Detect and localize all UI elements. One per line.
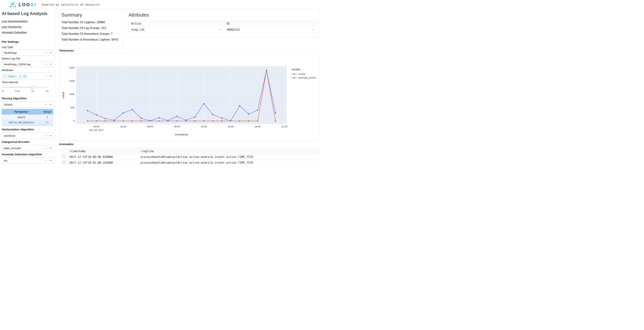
log-file-select[interactable]: HealthApp_20000.log ×: [2, 61, 54, 67]
clear-icon[interactable]: ×: [43, 146, 48, 150]
param-table-scroll-hint: [2, 125, 54, 126]
anomalies-table-wrap: ▲▼timestamp ▲▼logline 2017-12-24T18:00:0…: [61, 148, 320, 165]
attributes-card: Attributes Action ID Step_LSC: [126, 9, 320, 37]
log-type-value: HealthApp: [2, 51, 43, 54]
clear-icon[interactable]: ×: [43, 134, 48, 137]
summary-title: Summary: [62, 12, 120, 18]
summary-total-log-groups: Total Number Of Log Groups: 212: [62, 26, 120, 30]
chevron-down-icon[interactable]: [48, 148, 53, 149]
svg-text:21:00: 21:00: [282, 125, 288, 128]
sidebar: AI-based Log Analysis Log Summarization …: [0, 9, 56, 165]
row-checkbox[interactable]: [63, 161, 66, 164]
remove-chip-icon[interactable]: ×: [3, 74, 7, 78]
attributes-column-action: Action: [129, 21, 224, 26]
parsing-algorithm-value: DRAIN: [2, 103, 43, 106]
row-checkbox[interactable]: [63, 155, 66, 158]
sidebar-item-log-summarization[interactable]: Log Summarization: [2, 20, 54, 23]
chevron-down-icon[interactable]: [48, 135, 53, 136]
anomalies-header-logline[interactable]: ▲▼logline: [139, 148, 320, 154]
svg-text:15:00: 15:00: [228, 125, 234, 128]
parsing-algorithm-heading: Parsing Algortihm: [2, 97, 54, 100]
anomaly-detection-algorithm-select[interactable]: ets ×: [2, 158, 54, 164]
slider-handle[interactable]: [31, 86, 34, 89]
categorical-encoder-value: label_encoder: [2, 146, 43, 150]
chevron-down-icon[interactable]: [220, 29, 222, 30]
slider-label-1d: 1d: [46, 90, 48, 92]
chevron-down-icon[interactable]: [48, 76, 53, 77]
slider-stop-1min[interactable]: [17, 86, 18, 88]
action-select-cell[interactable]: Step_LSC: [129, 26, 224, 33]
svg-text:timestamp: timestamp: [175, 133, 188, 136]
attributes-column-id: ID: [224, 21, 316, 26]
row-select-cell: [62, 154, 68, 160]
svg-text:anomaly_counts: anomaly_counts: [298, 76, 316, 79]
table-row: 2017-12-24T18:00:00.820000 processHandle…: [62, 154, 320, 160]
logo-text-ai: AI: [30, 2, 36, 7]
time-interval-label: Time Interval: [2, 80, 54, 84]
attributes-multiselect[interactable]: × Action × ID ×: [2, 73, 54, 80]
sort-icon[interactable]: ▲▼: [69, 150, 70, 152]
file-settings-heading: File Settings: [2, 40, 54, 44]
chevron-down-icon[interactable]: [48, 64, 53, 65]
timeseries-line-chart[interactable]: 00:0003:0006:0009:0012:0015:0018:0021:00…: [59, 54, 320, 140]
svg-text:09:00: 09:00: [174, 125, 180, 128]
action-value: Step_LSC: [131, 28, 220, 32]
table-row: depth 3: [2, 114, 54, 120]
action-select[interactable]: Step_LSC: [129, 28, 224, 32]
logo: LOGAI: [9, 1, 36, 8]
column-label-timestamp: timestamp: [70, 150, 86, 153]
clear-icon[interactable]: ×: [43, 103, 48, 106]
timeseries-section-label: Timeseries: [59, 49, 74, 52]
log-file-value: HealthApp_20000.log: [2, 63, 43, 66]
logo-text-log: LOG: [18, 2, 30, 7]
slider-label-1s: 1s: [2, 90, 4, 92]
logo-wordmark: LOGAI: [18, 2, 36, 7]
clear-icon[interactable]: ×: [43, 63, 48, 66]
column-label-logline: logline: [142, 150, 154, 153]
anomaly-detection-algorithm-heading: Anomaly Detection Algortihm: [2, 153, 54, 156]
svg-text:value: value: [62, 92, 65, 98]
attributes-title: Attributes: [128, 12, 317, 18]
logai-logo-icon: [9, 1, 17, 8]
table-row: extra_delimiters (): [2, 120, 54, 125]
chevron-down-icon[interactable]: [48, 160, 53, 161]
id-select[interactable]: 30002312: [224, 28, 316, 32]
anomalies-header-timestamp[interactable]: ▲▼timestamp: [68, 148, 139, 154]
chevron-down-icon[interactable]: [312, 29, 314, 30]
chevron-down-icon[interactable]: [48, 52, 53, 54]
categorical-encoder-heading: Categorical Encoder: [2, 140, 54, 144]
log-type-select[interactable]: HealthApp ×: [2, 50, 54, 56]
header-tagline: Powered by Salesforce AI Research: [42, 3, 100, 6]
chip-label: ID: [22, 74, 27, 78]
slider-stop-1d[interactable]: [46, 86, 48, 88]
anomaly-timestamp: 2017-12-24T18:01:00.101000: [68, 160, 139, 165]
param-value[interactable]: 3: [41, 114, 54, 120]
svg-text:counts: counts: [298, 72, 306, 75]
sort-icon[interactable]: ▲▼: [141, 150, 142, 152]
sidebar-item-log-clustering[interactable]: Log Clustering: [2, 25, 54, 28]
param-name: depth: [2, 114, 41, 120]
param-value[interactable]: (): [41, 120, 54, 125]
anomaly-logline: processHandleBroadcastAction action:andr…: [139, 160, 320, 165]
parsing-algorithm-select[interactable]: DRAIN ×: [2, 102, 54, 108]
svg-text:Dec 24, 2017: Dec 24, 2017: [89, 129, 104, 132]
sidebar-item-anomaly-detection[interactable]: Anomaly Detection: [2, 31, 54, 34]
time-interval-slider[interactable]: 1s 1min 1h 1d: [2, 85, 50, 94]
vectorization-algorithm-value: word2vec: [2, 134, 43, 137]
log-file-label: Select Log File: [2, 57, 54, 60]
clear-icon[interactable]: ×: [43, 75, 48, 78]
slider-stop-1s[interactable]: [2, 86, 3, 88]
vectorization-algorithm-select[interactable]: word2vec ×: [2, 133, 54, 139]
chevron-down-icon[interactable]: [48, 104, 53, 105]
svg-text:2000: 2000: [69, 66, 74, 69]
remove-chip-icon[interactable]: ×: [18, 74, 22, 78]
id-select-cell[interactable]: 30002312: [224, 26, 316, 33]
clear-icon[interactable]: ×: [43, 51, 48, 54]
param-name: extra_delimiters: [2, 120, 41, 125]
attribute-chip-id: × ID: [18, 74, 28, 78]
clear-icon[interactable]: ×: [43, 159, 48, 162]
categorical-encoder-select[interactable]: label_encoder ×: [2, 145, 54, 151]
anomaly-logline: processHandleBroadcastAction action:andr…: [139, 154, 320, 160]
attribute-chip-action: × Action: [3, 74, 17, 78]
table-row: 2017-12-24T18:01:00.101000 processHandle…: [62, 160, 320, 165]
